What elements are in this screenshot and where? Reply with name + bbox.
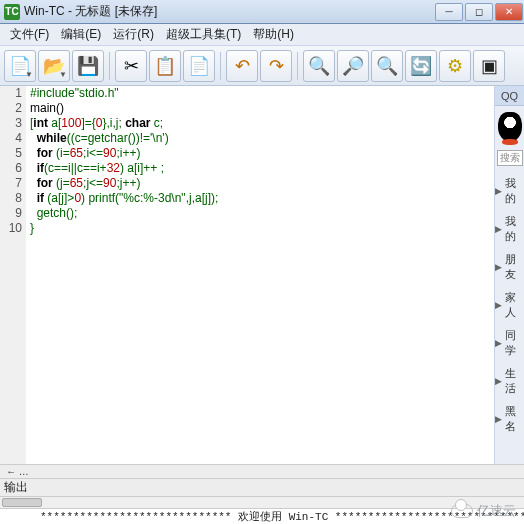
cut-button[interactable]: ✂: [115, 50, 147, 82]
qq-group-label: 我的: [505, 176, 524, 206]
qq-group-item[interactable]: ▶朋友: [495, 252, 524, 282]
redo-icon: ↷: [269, 55, 284, 77]
zoom-in-icon: 🔍: [308, 55, 330, 77]
code-line[interactable]: [int a[100]={0},i,j; char c;: [30, 116, 494, 131]
qq-group-label: 我的: [505, 214, 524, 244]
line-number: 6: [0, 161, 22, 176]
code-area[interactable]: #include"stdio.h"main()[int a[100]={0},i…: [26, 86, 494, 464]
window-controls: ─ ◻ ✕: [434, 3, 524, 21]
gear-icon: ⚙: [447, 55, 463, 77]
menu-help[interactable]: 帮助(H): [247, 26, 300, 43]
code-line[interactable]: }: [30, 221, 494, 236]
undo-icon: ↶: [235, 55, 250, 77]
find-button[interactable]: 🔍: [371, 50, 403, 82]
qq-sidebar: QQ 搜索 ▶我的▶我的▶朋友▶家人▶同学▶生活▶黑名: [494, 86, 524, 464]
zoom-out-button[interactable]: 🔎: [337, 50, 369, 82]
qq-header[interactable]: QQ: [495, 86, 524, 106]
chevron-right-icon: ▶: [495, 414, 502, 424]
window-title: Win-TC - 无标题 [未保存]: [24, 3, 157, 20]
penguin-icon[interactable]: [498, 112, 522, 142]
qq-group-item[interactable]: ▶我的: [495, 214, 524, 244]
horizontal-scrollbar[interactable]: [0, 496, 524, 508]
code-line[interactable]: #include"stdio.h": [30, 86, 494, 101]
chevron-right-icon: ▶: [495, 224, 502, 234]
line-number: 9: [0, 206, 22, 221]
output-header[interactable]: 输出: [0, 478, 524, 496]
code-editor[interactable]: 12345678910 #include"stdio.h"main()[int …: [0, 86, 494, 464]
collapse-handle[interactable]: ← …: [0, 464, 524, 478]
line-number: 4: [0, 131, 22, 146]
zoom-out-icon: 🔎: [342, 55, 364, 77]
chevron-right-icon: ▶: [495, 300, 502, 310]
line-number: 8: [0, 191, 22, 206]
code-line[interactable]: for (j=65;j<=90;j++): [30, 176, 494, 191]
chevron-right-icon: ▶: [495, 186, 502, 196]
qq-group-item[interactable]: ▶黑名: [495, 404, 524, 434]
separator: [109, 52, 110, 80]
scissors-icon: ✂: [124, 55, 139, 77]
qq-group-item[interactable]: ▶家人: [495, 290, 524, 320]
menu-tools[interactable]: 超级工具集(T): [160, 26, 247, 43]
scroll-thumb[interactable]: [2, 498, 42, 507]
line-number: 5: [0, 146, 22, 161]
zoom-in-button[interactable]: 🔍: [303, 50, 335, 82]
qq-search[interactable]: 搜索: [497, 150, 523, 166]
line-number: 2: [0, 101, 22, 116]
menu-bar: 文件(F) 编辑(E) 运行(R) 超级工具集(T) 帮助(H): [0, 24, 524, 46]
watermark: 亿速云: [451, 502, 516, 520]
maximize-button[interactable]: ◻: [465, 3, 493, 21]
output-body: ***************************** 欢迎使用 Win-T…: [0, 508, 524, 524]
line-number: 3: [0, 116, 22, 131]
cloud-icon: [451, 504, 473, 518]
code-line[interactable]: for (i=65;i<=90;i++): [30, 146, 494, 161]
code-line[interactable]: main(): [30, 101, 494, 116]
paste-icon: 📄: [188, 55, 210, 77]
chevron-right-icon: ▶: [495, 338, 502, 348]
line-number: 1: [0, 86, 22, 101]
title-bar: TC Win-TC - 无标题 [未保存] ─ ◻ ✕: [0, 0, 524, 24]
redo-button[interactable]: ↷: [260, 50, 292, 82]
chevron-right-icon: ▶: [495, 376, 502, 386]
line-number: 10: [0, 221, 22, 236]
menu-run[interactable]: 运行(R): [107, 26, 160, 43]
code-line[interactable]: while((c=getchar())!='\n'): [30, 131, 494, 146]
qq-group-label: 家人: [505, 290, 524, 320]
qq-group-label: 朋友: [505, 252, 524, 282]
compile-button[interactable]: 🔄: [405, 50, 437, 82]
chevron-right-icon: ▶: [495, 262, 502, 272]
watermark-text: 亿速云: [477, 502, 516, 520]
qq-group-item[interactable]: ▶我的: [495, 176, 524, 206]
undo-button[interactable]: ↶: [226, 50, 258, 82]
separator: [220, 52, 221, 80]
refresh-icon: 🔄: [410, 55, 432, 77]
save-icon: 💾: [77, 55, 99, 77]
line-gutter: 12345678910: [0, 86, 26, 464]
copy-button[interactable]: 📋: [149, 50, 181, 82]
qq-group-label: 生活: [505, 366, 524, 396]
copy-icon: 📋: [154, 55, 176, 77]
menu-file[interactable]: 文件(F): [4, 26, 55, 43]
code-line[interactable]: getch();: [30, 206, 494, 221]
menu-edit[interactable]: 编辑(E): [55, 26, 107, 43]
save-button[interactable]: 💾: [72, 50, 104, 82]
find-icon: 🔍: [376, 55, 398, 77]
toolbar: 📄▼ 📂▼ 💾 ✂ 📋 📄 ↶ ↷ 🔍 🔎 🔍 🔄 ⚙ ▣: [0, 46, 524, 86]
new-file-button[interactable]: 📄▼: [4, 50, 36, 82]
separator: [297, 52, 298, 80]
code-line[interactable]: if (a[j]>0) printf("%c:%-3d\n",j,a[j]);: [30, 191, 494, 206]
paste-button[interactable]: 📄: [183, 50, 215, 82]
collapse-label: ← …: [6, 466, 29, 477]
output-label: 输出: [4, 479, 28, 496]
minimize-button[interactable]: ─: [435, 3, 463, 21]
run-button[interactable]: ⚙: [439, 50, 471, 82]
qq-group-label: 同学: [505, 328, 524, 358]
code-line[interactable]: if(c==i||c==i+32) a[i]++ ;: [30, 161, 494, 176]
console-button[interactable]: ▣: [473, 50, 505, 82]
close-button[interactable]: ✕: [495, 3, 523, 21]
qq-group-item[interactable]: ▶生活: [495, 366, 524, 396]
app-icon: TC: [4, 4, 20, 20]
line-number: 7: [0, 176, 22, 191]
open-file-button[interactable]: 📂▼: [38, 50, 70, 82]
terminal-icon: ▣: [481, 55, 498, 77]
qq-group-item[interactable]: ▶同学: [495, 328, 524, 358]
